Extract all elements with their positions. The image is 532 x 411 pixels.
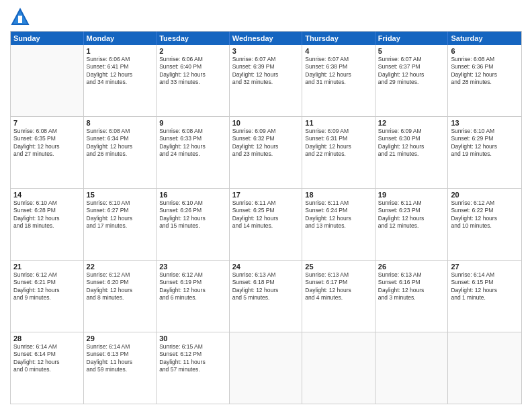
day-number: 25	[305, 263, 372, 271]
cell-info: Sunrise: 6:14 AMSunset: 6:14 PMDaylight:…	[13, 343, 81, 374]
header-day-friday: Friday	[375, 32, 449, 45]
day-number: 29	[87, 334, 154, 342]
cell-info: Sunrise: 6:07 AMSunset: 6:37 PMDaylight:…	[378, 56, 445, 87]
day-number: 21	[13, 263, 81, 271]
calendar-cell	[230, 332, 303, 404]
day-number: 22	[87, 263, 154, 271]
day-number: 27	[451, 263, 519, 271]
cell-info: Sunrise: 6:10 AMSunset: 6:27 PMDaylight:…	[87, 199, 154, 230]
day-number: 13	[451, 119, 519, 127]
calendar-cell: 10Sunrise: 6:09 AMSunset: 6:32 PMDayligh…	[230, 117, 303, 188]
day-number: 12	[378, 119, 445, 127]
logo-icon	[10, 7, 30, 27]
day-number: 24	[232, 263, 300, 271]
cell-info: Sunrise: 6:14 AMSunset: 6:13 PMDaylight:…	[87, 343, 154, 374]
cell-info: Sunrise: 6:10 AMSunset: 6:28 PMDaylight:…	[13, 199, 81, 230]
cell-info: Sunrise: 6:08 AMSunset: 6:35 PMDaylight:…	[13, 128, 81, 158]
cell-info: Sunrise: 6:12 AMSunset: 6:20 PMDaylight:…	[87, 271, 154, 302]
calendar-cell: 8Sunrise: 6:08 AMSunset: 6:34 PMDaylight…	[84, 117, 157, 188]
cell-info: Sunrise: 6:09 AMSunset: 6:30 PMDaylight:…	[378, 128, 445, 158]
day-number: 10	[232, 119, 300, 127]
calendar-row-2: 14Sunrise: 6:10 AMSunset: 6:28 PMDayligh…	[11, 189, 521, 261]
calendar-cell: 7Sunrise: 6:08 AMSunset: 6:35 PMDaylight…	[11, 117, 84, 188]
cell-info: Sunrise: 6:08 AMSunset: 6:33 PMDaylight:…	[159, 128, 226, 158]
calendar-cell: 23Sunrise: 6:12 AMSunset: 6:19 PMDayligh…	[157, 261, 230, 332]
day-number: 15	[87, 191, 154, 199]
calendar-cell: 29Sunrise: 6:14 AMSunset: 6:13 PMDayligh…	[84, 332, 157, 404]
calendar-cell: 18Sunrise: 6:11 AMSunset: 6:24 PMDayligh…	[302, 189, 375, 260]
day-number: 3	[232, 47, 300, 55]
cell-info: Sunrise: 6:10 AMSunset: 6:26 PMDaylight:…	[159, 199, 226, 230]
calendar-row-1: 7Sunrise: 6:08 AMSunset: 6:35 PMDaylight…	[11, 117, 521, 189]
header-day-tuesday: Tuesday	[157, 32, 230, 45]
cell-info: Sunrise: 6:09 AMSunset: 6:31 PMDaylight:…	[305, 128, 372, 158]
header-day-monday: Monday	[84, 32, 157, 45]
day-number: 20	[451, 191, 519, 199]
calendar-cell: 15Sunrise: 6:10 AMSunset: 6:27 PMDayligh…	[84, 189, 157, 260]
calendar-header: SundayMondayTuesdayWednesdayThursdayFrid…	[11, 32, 521, 45]
calendar-cell	[11, 45, 84, 116]
day-number: 1	[87, 47, 154, 55]
day-number: 28	[13, 334, 81, 342]
page: SundayMondayTuesdayWednesdayThursdayFrid…	[0, 0, 532, 411]
calendar-row-3: 21Sunrise: 6:12 AMSunset: 6:21 PMDayligh…	[11, 261, 521, 332]
day-number: 17	[232, 191, 300, 199]
calendar-cell: 12Sunrise: 6:09 AMSunset: 6:30 PMDayligh…	[375, 117, 449, 188]
cell-info: Sunrise: 6:13 AMSunset: 6:17 PMDaylight:…	[305, 271, 372, 302]
calendar-cell	[302, 332, 375, 404]
day-number: 26	[378, 263, 445, 271]
cell-info: Sunrise: 6:08 AMSunset: 6:34 PMDaylight:…	[87, 128, 154, 158]
logo	[10, 7, 33, 27]
day-number: 30	[159, 334, 226, 342]
header-day-wednesday: Wednesday	[230, 32, 303, 45]
day-number: 19	[378, 191, 445, 199]
cell-info: Sunrise: 6:11 AMSunset: 6:23 PMDaylight:…	[378, 199, 445, 230]
cell-info: Sunrise: 6:12 AMSunset: 6:22 PMDaylight:…	[451, 199, 519, 230]
calendar-row-0: 1Sunrise: 6:06 AMSunset: 6:41 PMDaylight…	[11, 45, 521, 117]
calendar-cell	[448, 332, 521, 404]
calendar-cell: 13Sunrise: 6:10 AMSunset: 6:29 PMDayligh…	[448, 117, 521, 188]
calendar-cell: 25Sunrise: 6:13 AMSunset: 6:17 PMDayligh…	[302, 261, 375, 332]
cell-info: Sunrise: 6:12 AMSunset: 6:19 PMDaylight:…	[159, 271, 226, 302]
cell-info: Sunrise: 6:08 AMSunset: 6:36 PMDaylight:…	[451, 56, 519, 87]
cell-info: Sunrise: 6:06 AMSunset: 6:40 PMDaylight:…	[159, 56, 226, 87]
calendar-cell: 16Sunrise: 6:10 AMSunset: 6:26 PMDayligh…	[157, 189, 230, 260]
cell-info: Sunrise: 6:14 AMSunset: 6:15 PMDaylight:…	[451, 271, 519, 302]
calendar-cell: 9Sunrise: 6:08 AMSunset: 6:33 PMDaylight…	[157, 117, 230, 188]
calendar-cell: 17Sunrise: 6:11 AMSunset: 6:25 PMDayligh…	[230, 189, 303, 260]
calendar-cell: 30Sunrise: 6:15 AMSunset: 6:12 PMDayligh…	[157, 332, 230, 404]
svg-rect-2	[18, 16, 22, 24]
day-number: 7	[13, 119, 81, 127]
cell-info: Sunrise: 6:11 AMSunset: 6:25 PMDaylight:…	[232, 199, 300, 230]
calendar-cell: 19Sunrise: 6:11 AMSunset: 6:23 PMDayligh…	[375, 189, 449, 260]
header-day-thursday: Thursday	[302, 32, 375, 45]
calendar-cell: 24Sunrise: 6:13 AMSunset: 6:18 PMDayligh…	[230, 261, 303, 332]
calendar-cell: 22Sunrise: 6:12 AMSunset: 6:20 PMDayligh…	[84, 261, 157, 332]
day-number: 23	[159, 263, 226, 271]
calendar-cell	[375, 332, 449, 404]
calendar-cell: 26Sunrise: 6:13 AMSunset: 6:16 PMDayligh…	[375, 261, 449, 332]
calendar-cell: 20Sunrise: 6:12 AMSunset: 6:22 PMDayligh…	[448, 189, 521, 260]
day-number: 14	[13, 191, 81, 199]
day-number: 6	[451, 47, 519, 55]
day-number: 9	[159, 119, 226, 127]
calendar-body: 1Sunrise: 6:06 AMSunset: 6:41 PMDaylight…	[11, 45, 521, 404]
day-number: 16	[159, 191, 226, 199]
calendar-cell: 27Sunrise: 6:14 AMSunset: 6:15 PMDayligh…	[448, 261, 521, 332]
cell-info: Sunrise: 6:10 AMSunset: 6:29 PMDaylight:…	[451, 128, 519, 158]
cell-info: Sunrise: 6:11 AMSunset: 6:24 PMDaylight:…	[305, 199, 372, 230]
cell-info: Sunrise: 6:13 AMSunset: 6:18 PMDaylight:…	[232, 271, 300, 302]
header	[10, 7, 522, 27]
day-number: 5	[378, 47, 445, 55]
calendar-cell: 2Sunrise: 6:06 AMSunset: 6:40 PMDaylight…	[157, 45, 230, 116]
calendar-cell: 4Sunrise: 6:07 AMSunset: 6:38 PMDaylight…	[302, 45, 375, 116]
header-day-saturday: Saturday	[448, 32, 521, 45]
header-day-sunday: Sunday	[11, 32, 84, 45]
cell-info: Sunrise: 6:15 AMSunset: 6:12 PMDaylight:…	[159, 343, 226, 374]
day-number: 18	[305, 191, 372, 199]
cell-info: Sunrise: 6:13 AMSunset: 6:16 PMDaylight:…	[378, 271, 445, 302]
day-number: 8	[87, 119, 154, 127]
calendar-cell: 3Sunrise: 6:07 AMSunset: 6:39 PMDaylight…	[230, 45, 303, 116]
calendar-cell: 28Sunrise: 6:14 AMSunset: 6:14 PMDayligh…	[11, 332, 84, 404]
calendar-cell: 11Sunrise: 6:09 AMSunset: 6:31 PMDayligh…	[302, 117, 375, 188]
